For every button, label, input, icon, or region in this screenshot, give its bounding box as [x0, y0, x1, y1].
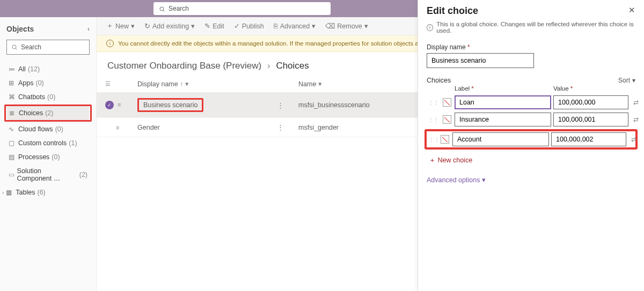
chevron-down-icon: ▾: [364, 22, 368, 30]
choice-label-input[interactable]: [452, 132, 549, 146]
svg-point-0: [160, 7, 164, 11]
nav-apps[interactable]: ⊞Apps(0): [6, 76, 90, 90]
chevron-right-icon: ›: [267, 61, 270, 71]
row-type-icon: ≡: [116, 124, 119, 131]
display-name-label: Display name: [427, 43, 635, 51]
chevron-right-icon: ›: [2, 190, 4, 196]
chevron-down-icon: ▾: [482, 176, 486, 184]
svg-point-2: [12, 45, 16, 49]
nav-solution-component[interactable]: ▭Solution Component …(2): [6, 164, 90, 185]
choice-value-input[interactable]: [551, 132, 626, 146]
choice-row: ⋮⋮ ⇄ 🗑: [418, 111, 644, 128]
options-icon[interactable]: ⇄: [631, 116, 641, 123]
add-existing-icon: ↻: [144, 22, 150, 30]
nav-all[interactable]: ≔All(12): [6, 62, 90, 76]
choice-label-input[interactable]: [455, 113, 551, 126]
choices-icon: ≣: [9, 109, 19, 117]
global-search-placeholder: Search: [169, 5, 189, 12]
sidebar-search[interactable]: Search: [6, 40, 90, 55]
flow-icon: ∿: [9, 125, 18, 133]
row-more-icon[interactable]: ⋮: [277, 123, 298, 131]
plus-icon: ＋: [106, 21, 113, 31]
advanced-options-toggle[interactable]: Advanced options ▾: [418, 167, 644, 192]
cmd-publish[interactable]: ✓Publish: [234, 22, 264, 30]
chevron-down-icon: ▾: [318, 80, 322, 88]
list-icon: ≔: [9, 65, 18, 73]
nav-processes[interactable]: ▤Processes(0): [6, 150, 90, 164]
edit-icon: ✎: [204, 22, 210, 30]
choice-value-input[interactable]: [553, 95, 628, 109]
drag-handle-icon[interactable]: ⋮⋮: [427, 117, 441, 123]
col-name[interactable]: Name ▾: [298, 80, 416, 88]
search-icon: [159, 5, 165, 12]
options-icon[interactable]: ⇄: [628, 136, 639, 143]
color-swatch[interactable]: [443, 115, 451, 124]
apps-icon: ⊞: [9, 79, 18, 87]
panel-title: Edit choice: [427, 5, 478, 17]
chevron-down-icon: ▾: [632, 77, 635, 84]
highlight-choices: ≣Choices(2): [4, 105, 92, 122]
selected-check-icon: ✓: [105, 101, 114, 109]
highlight-box: Business scenario: [137, 98, 203, 112]
info-icon: i: [106, 40, 114, 47]
svg-line-1: [163, 10, 164, 11]
panel-info: i This is a global choice. Changes will …: [418, 19, 644, 40]
sidebar-nav: ≔All(12) ⊞Apps(0) ⌘Chatbots(0) ≣Choices(…: [6, 62, 90, 199]
delete-icon[interactable]: 🗑: [641, 136, 644, 143]
table-icon: ▦: [6, 189, 16, 196]
sidebar-title: Objects: [6, 25, 34, 33]
chevron-down-icon: ▾: [312, 22, 316, 30]
close-icon[interactable]: ✕: [628, 5, 635, 15]
info-icon: i: [427, 24, 433, 31]
breadcrumb-current: Choices: [276, 61, 309, 71]
sort-button[interactable]: Sort▾: [618, 77, 635, 84]
choice-row: ⋮⋮ ⇄ 🗑: [418, 94, 644, 111]
chevron-down-icon: ▾: [131, 22, 135, 30]
plus-icon: ＋: [429, 156, 436, 164]
options-icon[interactable]: ⇄: [631, 99, 641, 106]
chevron-down-icon: ▾: [185, 80, 189, 88]
svg-line-3: [16, 48, 17, 49]
choices-section-label: Choices: [427, 77, 451, 84]
advanced-icon: ⎘: [274, 23, 278, 30]
col-label: Label: [455, 85, 551, 92]
nav-chatbots[interactable]: ⌘Chatbots(0): [6, 90, 90, 104]
col-display-name[interactable]: Display name ↑ ▾: [137, 80, 277, 88]
publish-icon: ✓: [234, 22, 240, 30]
sort-asc-icon: ↑: [180, 80, 183, 88]
choice-value-input[interactable]: [553, 113, 628, 126]
new-choice-button[interactable]: ＋ New choice: [418, 151, 644, 167]
color-swatch[interactable]: [443, 98, 451, 107]
chevron-down-icon: ▾: [191, 22, 195, 30]
color-swatch[interactable]: [441, 135, 449, 144]
choice-label-input[interactable]: [455, 95, 551, 109]
chatbot-icon: ⌘: [9, 93, 18, 101]
edit-choice-panel: Edit choice ✕ i This is a global choice.…: [418, 0, 644, 291]
nav-choices[interactable]: ≣Choices(2): [7, 106, 89, 120]
choice-row-highlighted: ⋮⋮ ⇄ 🗑: [425, 129, 638, 150]
row-type-icon: ≡: [118, 101, 121, 108]
cmd-remove[interactable]: ⌫Remove▾: [325, 22, 368, 30]
display-name-input[interactable]: [427, 53, 534, 68]
select-column-icon[interactable]: ☰: [105, 80, 137, 87]
breadcrumb-parent[interactable]: Customer Onboarding Base (Preview): [107, 61, 261, 71]
cmd-new[interactable]: ＋New▾: [106, 21, 135, 31]
process-icon: ▤: [9, 153, 18, 161]
drag-handle-icon[interactable]: ⋮⋮: [427, 100, 441, 106]
row-more-icon[interactable]: ⋮: [277, 101, 298, 109]
nav-cloud-flows[interactable]: ∿Cloud flows(0): [6, 122, 90, 136]
control-icon: ▢: [9, 139, 18, 147]
component-icon: ▭: [9, 171, 17, 178]
global-search[interactable]: Search: [153, 2, 331, 15]
col-value: Value: [553, 85, 628, 92]
drag-handle-icon[interactable]: ⋮⋮: [429, 137, 438, 143]
collapse-icon[interactable]: ‹: [87, 25, 90, 33]
cmd-edit[interactable]: ✎Edit: [204, 22, 224, 30]
objects-sidebar: Objects ‹ Search ≔All(12) ⊞Apps(0) ⌘Chat…: [0, 17, 97, 291]
nav-tables[interactable]: ›▦Tables(6): [6, 185, 90, 199]
cmd-add-existing[interactable]: ↻Add existing▾: [144, 22, 195, 30]
remove-icon: ⌫: [325, 22, 335, 30]
nav-custom-controls[interactable]: ▢Custom controls(1): [6, 136, 90, 150]
cmd-advanced[interactable]: ⎘Advanced▾: [274, 22, 316, 30]
